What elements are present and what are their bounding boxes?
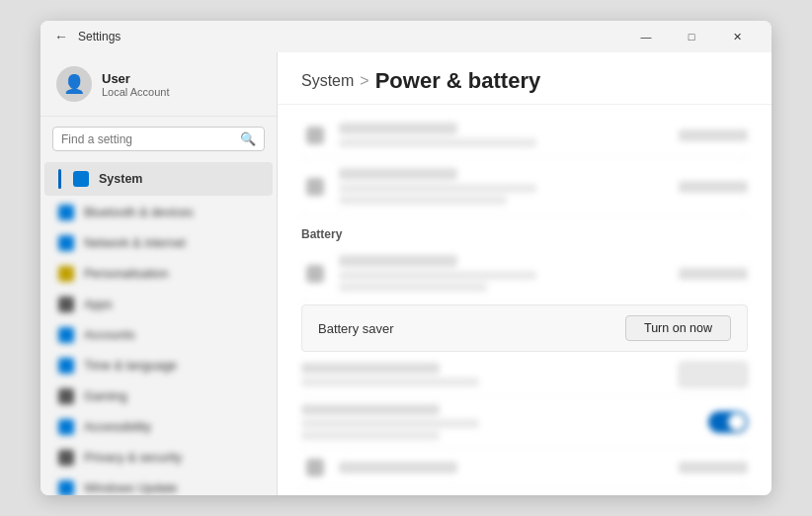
privacy-icon (58, 450, 74, 466)
gaming-icon (58, 388, 74, 404)
bluetooth-icon (58, 205, 74, 220)
sidebar-item-label: Accessibility (84, 420, 151, 434)
user-account: Local Account (102, 86, 170, 98)
search-icon: 🔍 (240, 131, 256, 146)
sidebar-item-personalisation[interactable]: Personalisation (44, 259, 273, 289)
setting-row-battery-usage (301, 449, 748, 487)
sidebar: 👤 User Local Account 🔍 System Bluet (41, 52, 278, 495)
sidebar-item-apps[interactable]: Apps (44, 290, 273, 319)
sidebar-item-label: Time & language (84, 359, 177, 373)
setting-row-power-mode (301, 158, 748, 215)
accounts-icon (58, 327, 74, 343)
sidebar-item-label: Accounts (84, 328, 134, 342)
page-title: Power & battery (375, 68, 541, 94)
sidebar-item-label: Apps (84, 298, 113, 311)
sidebar-item-accounts[interactable]: Accounts (44, 320, 273, 350)
page-header: System > Power & battery (278, 52, 771, 105)
battery-section-label: Battery (301, 227, 748, 241)
breadcrumb: System > Power & battery (301, 68, 748, 94)
toggle-switch[interactable] (708, 411, 748, 433)
sidebar-item-label: Privacy & security (84, 451, 182, 465)
user-name: User (102, 71, 170, 86)
search-box[interactable]: 🔍 (52, 127, 265, 151)
user-section[interactable]: 👤 User Local Account (41, 52, 277, 117)
system-icon (73, 171, 89, 187)
main-content: System > Power & battery (278, 52, 771, 495)
title-bar-label: Settings (78, 30, 623, 43)
sidebar-item-system[interactable]: System (44, 162, 273, 196)
back-button[interactable]: ← (52, 28, 70, 45)
toggle-row-2 (301, 396, 748, 449)
sidebar-item-label: Bluetooth & devices (84, 206, 194, 219)
toggle-row-1 (301, 354, 748, 396)
turn-on-now-button[interactable]: Turn on now (625, 315, 731, 341)
toggle-knob (728, 413, 746, 431)
breadcrumb-separator: > (360, 72, 368, 90)
close-button[interactable]: ✕ (714, 21, 760, 52)
sidebar-item-windows-update[interactable]: Windows Update (44, 473, 273, 495)
minimize-button[interactable]: — (623, 21, 669, 52)
sidebar-item-time[interactable]: Time & language (44, 351, 273, 381)
maximize-button[interactable]: □ (669, 21, 714, 52)
sidebar-item-label: Gaming (84, 389, 127, 403)
battery-saver-row: Battery saver Turn on now (301, 304, 748, 352)
battery-saver-label: Battery saver (318, 321, 394, 336)
breadcrumb-parent[interactable]: System (301, 72, 354, 90)
sidebar-item-bluetooth[interactable]: Bluetooth & devices (44, 198, 273, 227)
setting-row-screen (301, 113, 748, 158)
settings-window: ← Settings — □ ✕ 👤 User Local Account 🔍 (41, 21, 771, 495)
sidebar-item-gaming[interactable]: Gaming (44, 382, 273, 411)
apps-icon (58, 297, 74, 312)
sidebar-item-label: System (99, 172, 142, 186)
sidebar-item-accessibility[interactable]: Accessibility (44, 412, 273, 442)
section-content: Battery Battery saver (278, 105, 771, 495)
user-info: User Local Account (102, 71, 170, 98)
network-icon (58, 235, 74, 251)
window-controls: — □ ✕ (623, 21, 760, 52)
sidebar-item-label: Network & internet (84, 236, 186, 250)
personalisation-icon (58, 266, 74, 282)
sidebar-item-network[interactable]: Network & internet (44, 228, 273, 258)
search-input[interactable] (61, 132, 234, 146)
sidebar-item-privacy[interactable]: Privacy & security (44, 443, 273, 473)
accessibility-icon (58, 419, 74, 435)
sidebar-item-label: Personalisation (84, 267, 168, 281)
time-icon (58, 358, 74, 374)
update-icon (58, 480, 74, 495)
active-indicator (58, 169, 61, 189)
avatar: 👤 (56, 66, 92, 102)
setting-row-battery-saver-top (301, 245, 748, 302)
sidebar-item-label: Windows Update (84, 481, 178, 495)
title-bar: ← Settings — □ ✕ (41, 21, 771, 52)
content-area: 👤 User Local Account 🔍 System Bluet (41, 52, 771, 495)
